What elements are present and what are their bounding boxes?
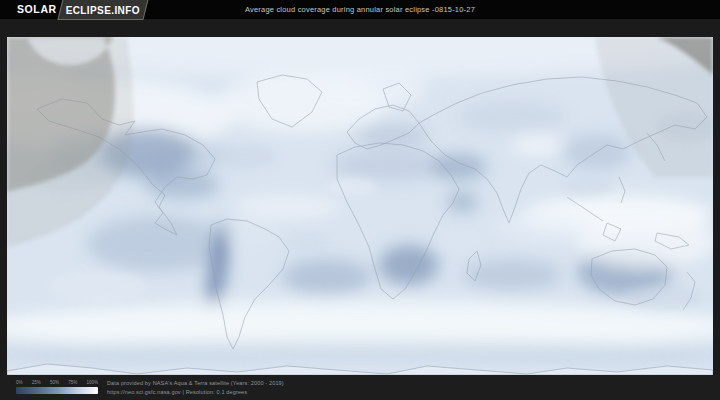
header: SOLAR ECLIPSE.INFO Average cloud coverag… bbox=[0, 0, 720, 19]
legend-tick-50: 50% bbox=[50, 381, 59, 386]
logo-text-solar: SOLAR bbox=[17, 4, 57, 15]
legend-gradient-bar bbox=[16, 387, 98, 394]
data-attribution: Data provided by NASA's Aqua & Terra sat… bbox=[107, 379, 284, 396]
site-logo[interactable]: SOLAR ECLIPSE.INFO bbox=[17, 0, 146, 20]
attribution-line-2[interactable]: https://neo.sci.gsfc.nasa.gov | Resoluti… bbox=[107, 388, 284, 396]
footer: 0% 25% 50% 75% 100% Data provided by NAS… bbox=[0, 375, 720, 400]
cloud-coverage-map bbox=[7, 37, 713, 375]
legend-tick-75: 75% bbox=[68, 381, 77, 386]
legend-tick-25: 25% bbox=[32, 381, 41, 386]
legend-tick-0: 0% bbox=[16, 381, 23, 386]
legend-tick-100: 100% bbox=[86, 381, 98, 386]
logo-text-eclipse-info: ECLIPSE.INFO bbox=[65, 6, 139, 16]
cloud-coverage-legend: 0% 25% 50% 75% 100% bbox=[16, 381, 98, 394]
logo-eclipse-tag: ECLIPSE.INFO bbox=[57, 0, 149, 20]
legend-tick-labels: 0% 25% 50% 75% 100% bbox=[16, 381, 98, 386]
attribution-line-1: Data provided by NASA's Aqua & Terra sat… bbox=[107, 379, 284, 387]
world-map-svg bbox=[7, 37, 713, 375]
